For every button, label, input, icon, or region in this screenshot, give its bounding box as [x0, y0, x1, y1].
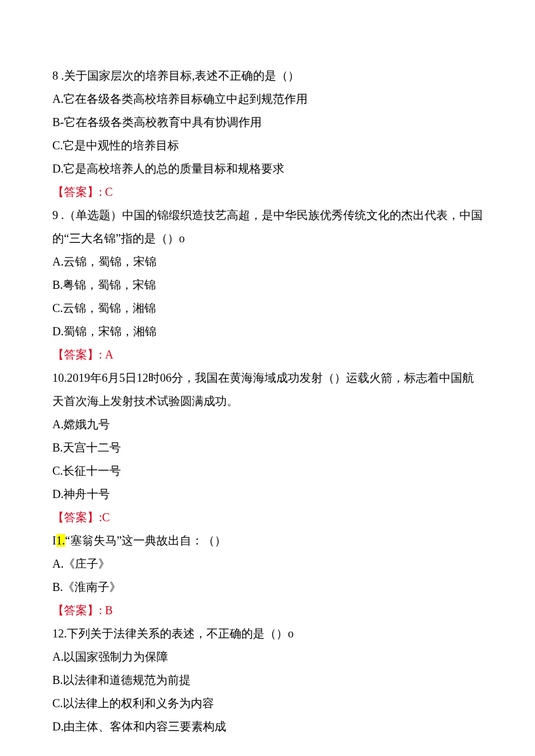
q12-option-a: A.以国家强制力为保障 [52, 645, 483, 668]
q11-prefix: I [52, 534, 56, 547]
q11-option-a: A.《庄子》 [52, 552, 483, 575]
page-content: 8 .关于国家层次的培养目标,表述不正确的是（） A.它在各级各类高校培养目标确… [0, 0, 535, 756]
q10-option-d: D.神舟十号 [52, 482, 483, 506]
q11-highlight: 1. [56, 534, 65, 547]
q9-option-a: A.云锦，蜀锦，宋锦 [52, 250, 483, 273]
q11-stem: I1.“塞翁失马”这一典故出自：（） [52, 529, 483, 552]
q11-rest: “塞翁失马”这一典故出自：（） [65, 534, 227, 547]
q11-option-b: B.《淮南子》 [52, 575, 483, 599]
q8-option-a: A.它在各级各类高校培养目标确立中起到规范作用 [52, 87, 483, 110]
q10-option-b: B.天宫十二号 [52, 436, 483, 459]
q8-answer-label: 【答案】: [52, 185, 102, 198]
q8-option-b: B-它在各级各类高校教育中具有协调作用 [52, 110, 483, 134]
q10-option-c: C.长征十一号 [52, 459, 483, 482]
q10-option-a: A.嫦娥九号 [52, 413, 483, 436]
q11-answer: 【答案】: B [52, 599, 483, 622]
q12-stem: 12.下列关于法律关系的表述，不正确的是（）o [52, 622, 483, 645]
q9-option-c: C.云锦，蜀锦，湘锦 [52, 296, 483, 320]
q9-option-b: B.粤锦，蜀锦，宋锦 [52, 273, 483, 296]
q8-stem: 8 .关于国家层次的培养目标,表述不正确的是（） [52, 64, 483, 87]
q11-answer-value: B [102, 604, 113, 617]
q9-stem: 9 .（单选题）中国的锦缎织造技艺高超，是中华民族优秀传统文化的杰出代表，中国的… [52, 203, 483, 250]
q12-option-b: B.以法律和道德规范为前提 [52, 668, 483, 691]
q9-answer-label: 【答案】: [52, 348, 102, 361]
q12-option-d: D.由主体、客体和内容三要素构成 [52, 715, 483, 738]
q11-answer-label: 【答案】: [52, 604, 102, 617]
q12-option-c: C.以法律上的权利和义务为内容 [52, 691, 483, 715]
q9-option-d: D.蜀锦，宋锦，湘锦 [52, 320, 483, 343]
q9-answer-value: A [102, 348, 113, 361]
q10-stem: 10.2019年6月5日12时06分，我国在黄海海域成功发射（）运载火箭，标志着… [52, 366, 483, 413]
q9-answer: 【答案】: A [52, 343, 483, 366]
q8-option-c: C.它是中观性的培养目标 [52, 134, 483, 157]
q8-answer-value: C [102, 185, 113, 198]
q8-answer: 【答案】: C [52, 180, 483, 203]
q8-option-d: D.它是高校培养人的总的质量目标和规格要求 [52, 157, 483, 180]
q10-answer: 【答案】:C [52, 506, 483, 529]
